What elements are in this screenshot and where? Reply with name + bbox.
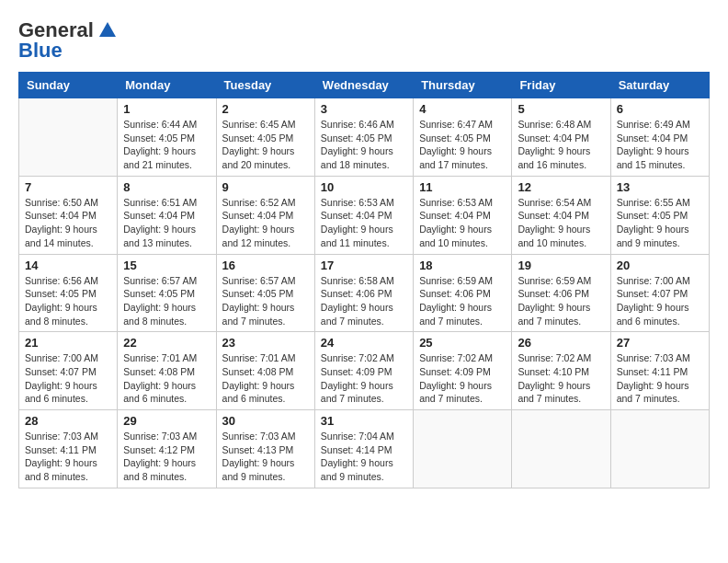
day-info: Sunrise: 7:02 AMSunset: 4:10 PMDaylight:… — [518, 351, 604, 406]
calendar-cell: 1Sunrise: 6:44 AMSunset: 4:05 PMDaylight… — [118, 98, 216, 177]
calendar-cell: 26Sunrise: 7:02 AMSunset: 4:10 PMDayligh… — [512, 332, 610, 410]
day-info: Sunrise: 6:58 AMSunset: 4:06 PMDaylight:… — [321, 274, 407, 328]
day-info: Sunrise: 6:44 AMSunset: 4:05 PMDaylight:… — [123, 118, 210, 172]
day-info: Sunrise: 7:00 AMSunset: 4:07 PMDaylight:… — [617, 274, 703, 328]
day-number: 27 — [617, 336, 703, 350]
day-number: 9 — [222, 180, 309, 194]
calendar-cell: 15Sunrise: 6:57 AMSunset: 4:05 PMDayligh… — [118, 254, 216, 332]
day-info: Sunrise: 7:03 AMSunset: 4:11 PMDaylight:… — [25, 430, 111, 484]
day-info: Sunrise: 6:53 AMSunset: 4:04 PMDaylight:… — [321, 196, 407, 250]
day-info: Sunrise: 7:01 AMSunset: 4:08 PMDaylight:… — [123, 351, 210, 406]
calendar-cell: 29Sunrise: 7:03 AMSunset: 4:12 PMDayligh… — [118, 410, 216, 488]
calendar-cell: 5Sunrise: 6:48 AMSunset: 4:04 PMDaylight… — [512, 98, 610, 177]
calendar-header-saturday: Saturday — [610, 73, 709, 98]
calendar-cell — [512, 410, 610, 488]
day-number: 18 — [419, 259, 506, 272]
day-number: 16 — [222, 259, 309, 272]
day-number: 17 — [321, 259, 407, 272]
calendar-week-row: 21Sunrise: 7:00 AMSunset: 4:07 PMDayligh… — [19, 332, 710, 410]
day-info: Sunrise: 6:47 AMSunset: 4:05 PMDaylight:… — [419, 118, 506, 172]
day-info: Sunrise: 6:48 AMSunset: 4:04 PMDaylight:… — [518, 118, 604, 172]
day-info: Sunrise: 6:52 AMSunset: 4:04 PMDaylight:… — [222, 196, 309, 250]
calendar: SundayMondayTuesdayWednesdayThursdayFrid… — [18, 72, 710, 488]
day-number: 1 — [123, 102, 210, 116]
day-info: Sunrise: 6:56 AMSunset: 4:05 PMDaylight:… — [25, 274, 111, 328]
day-number: 13 — [617, 180, 703, 194]
day-number: 19 — [518, 259, 604, 272]
day-info: Sunrise: 7:02 AMSunset: 4:09 PMDaylight:… — [321, 351, 407, 406]
calendar-week-row: 28Sunrise: 7:03 AMSunset: 4:11 PMDayligh… — [19, 410, 710, 488]
day-info: Sunrise: 6:46 AMSunset: 4:05 PMDaylight:… — [321, 118, 407, 172]
calendar-cell: 16Sunrise: 6:57 AMSunset: 4:05 PMDayligh… — [216, 254, 314, 332]
day-number: 26 — [518, 336, 604, 350]
day-number: 4 — [419, 102, 506, 116]
day-number: 14 — [25, 259, 111, 272]
calendar-week-row: 1Sunrise: 6:44 AMSunset: 4:05 PMDaylight… — [19, 98, 710, 177]
calendar-header-monday: Monday — [118, 73, 216, 98]
calendar-cell: 12Sunrise: 6:54 AMSunset: 4:04 PMDayligh… — [512, 176, 610, 254]
day-info: Sunrise: 7:03 AMSunset: 4:13 PMDaylight:… — [222, 430, 309, 484]
calendar-cell: 8Sunrise: 6:51 AMSunset: 4:04 PMDaylight… — [118, 176, 216, 254]
day-info: Sunrise: 6:59 AMSunset: 4:06 PMDaylight:… — [419, 274, 506, 328]
calendar-header-row: SundayMondayTuesdayWednesdayThursdayFrid… — [19, 73, 710, 98]
day-info: Sunrise: 7:03 AMSunset: 4:11 PMDaylight:… — [617, 351, 703, 406]
day-info: Sunrise: 7:02 AMSunset: 4:09 PMDaylight:… — [419, 351, 506, 406]
day-info: Sunrise: 6:54 AMSunset: 4:04 PMDaylight:… — [518, 196, 604, 250]
day-number: 6 — [617, 102, 703, 116]
calendar-header-sunday: Sunday — [19, 73, 118, 98]
svg-marker-0 — [99, 22, 116, 37]
calendar-cell — [414, 410, 512, 488]
calendar-week-row: 14Sunrise: 6:56 AMSunset: 4:05 PMDayligh… — [19, 254, 710, 332]
day-number: 29 — [123, 414, 210, 428]
calendar-header-wednesday: Wednesday — [314, 73, 413, 98]
calendar-cell: 4Sunrise: 6:47 AMSunset: 4:05 PMDaylight… — [414, 98, 512, 177]
calendar-header-friday: Friday — [512, 73, 610, 98]
calendar-cell: 23Sunrise: 7:01 AMSunset: 4:08 PMDayligh… — [216, 332, 314, 410]
day-info: Sunrise: 7:04 AMSunset: 4:14 PMDaylight:… — [321, 430, 407, 484]
logo-icon — [97, 20, 118, 40]
calendar-cell — [610, 410, 709, 488]
calendar-cell: 11Sunrise: 6:53 AMSunset: 4:04 PMDayligh… — [414, 176, 512, 254]
day-info: Sunrise: 6:45 AMSunset: 4:05 PMDaylight:… — [222, 118, 309, 172]
calendar-cell: 22Sunrise: 7:01 AMSunset: 4:08 PMDayligh… — [118, 332, 216, 410]
calendar-cell: 10Sunrise: 6:53 AMSunset: 4:04 PMDayligh… — [314, 176, 413, 254]
calendar-cell: 17Sunrise: 6:58 AMSunset: 4:06 PMDayligh… — [314, 254, 413, 332]
day-info: Sunrise: 6:49 AMSunset: 4:04 PMDaylight:… — [617, 118, 703, 172]
calendar-cell: 20Sunrise: 7:00 AMSunset: 4:07 PMDayligh… — [610, 254, 709, 332]
calendar-cell: 28Sunrise: 7:03 AMSunset: 4:11 PMDayligh… — [19, 410, 118, 488]
day-info: Sunrise: 6:51 AMSunset: 4:04 PMDaylight:… — [123, 196, 210, 250]
calendar-cell: 13Sunrise: 6:55 AMSunset: 4:05 PMDayligh… — [610, 176, 709, 254]
calendar-header-thursday: Thursday — [414, 73, 512, 98]
day-number: 25 — [419, 336, 506, 350]
calendar-cell: 27Sunrise: 7:03 AMSunset: 4:11 PMDayligh… — [610, 332, 709, 410]
day-number: 20 — [617, 259, 703, 272]
calendar-cell: 9Sunrise: 6:52 AMSunset: 4:04 PMDaylight… — [216, 176, 314, 254]
calendar-cell: 31Sunrise: 7:04 AMSunset: 4:14 PMDayligh… — [314, 410, 413, 488]
calendar-cell: 30Sunrise: 7:03 AMSunset: 4:13 PMDayligh… — [216, 410, 314, 488]
calendar-cell: 21Sunrise: 7:00 AMSunset: 4:07 PMDayligh… — [19, 332, 118, 410]
day-number: 30 — [222, 414, 309, 428]
calendar-cell: 6Sunrise: 6:49 AMSunset: 4:04 PMDaylight… — [610, 98, 709, 177]
day-number: 10 — [321, 180, 407, 194]
day-number: 7 — [25, 180, 111, 194]
day-number: 12 — [518, 180, 604, 194]
logo-blue: Blue — [18, 39, 63, 63]
day-number: 28 — [25, 414, 111, 428]
day-info: Sunrise: 7:00 AMSunset: 4:07 PMDaylight:… — [25, 351, 111, 406]
day-number: 8 — [123, 180, 210, 194]
calendar-header-tuesday: Tuesday — [216, 73, 314, 98]
calendar-cell: 3Sunrise: 6:46 AMSunset: 4:05 PMDaylight… — [314, 98, 413, 177]
calendar-cell: 18Sunrise: 6:59 AMSunset: 4:06 PMDayligh… — [414, 254, 512, 332]
day-number: 5 — [518, 102, 604, 116]
day-info: Sunrise: 7:01 AMSunset: 4:08 PMDaylight:… — [222, 351, 309, 406]
calendar-cell: 14Sunrise: 6:56 AMSunset: 4:05 PMDayligh… — [19, 254, 118, 332]
calendar-week-row: 7Sunrise: 6:50 AMSunset: 4:04 PMDaylight… — [19, 176, 710, 254]
logo: General Blue — [18, 18, 118, 63]
day-number: 24 — [321, 336, 407, 350]
day-info: Sunrise: 6:53 AMSunset: 4:04 PMDaylight:… — [419, 196, 506, 250]
day-info: Sunrise: 6:57 AMSunset: 4:05 PMDaylight:… — [222, 274, 309, 328]
day-info: Sunrise: 6:57 AMSunset: 4:05 PMDaylight:… — [123, 274, 210, 328]
calendar-cell: 19Sunrise: 6:59 AMSunset: 4:06 PMDayligh… — [512, 254, 610, 332]
calendar-cell: 25Sunrise: 7:02 AMSunset: 4:09 PMDayligh… — [414, 332, 512, 410]
calendar-cell — [19, 98, 118, 177]
